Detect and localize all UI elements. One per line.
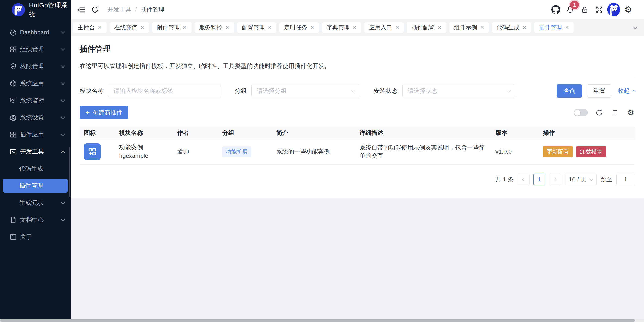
chevron-down-icon bbox=[61, 132, 65, 136]
horizontal-scrollbar-thumb[interactable] bbox=[0, 320, 635, 322]
sidebar-item-code-generation[interactable]: 代码生成 bbox=[0, 160, 71, 177]
jump-to-label: 跳至 bbox=[600, 175, 612, 184]
close-icon[interactable]: ✕ bbox=[140, 25, 144, 30]
striped-toggle[interactable] bbox=[574, 109, 588, 116]
jump-to-page-input[interactable] bbox=[616, 174, 635, 186]
sidebar-item-label: 插件应用 bbox=[20, 131, 62, 139]
next-page-button[interactable] bbox=[549, 174, 561, 186]
col-header-name: 模块名称 bbox=[115, 127, 173, 139]
notifications-bell-icon[interactable]: 1 bbox=[563, 3, 578, 16]
tab-console[interactable]: 主控台✕ bbox=[73, 22, 106, 32]
grid-icon bbox=[10, 45, 17, 53]
sidebar-item-permissions[interactable]: 权限管理 bbox=[0, 58, 71, 75]
reload-table-icon[interactable] bbox=[595, 108, 604, 117]
refresh-icon[interactable] bbox=[88, 3, 102, 16]
chevron-down-icon bbox=[589, 177, 593, 181]
chevron-down-icon bbox=[61, 81, 65, 85]
sidebar-item-plugin-management[interactable]: 插件管理 bbox=[3, 179, 68, 193]
close-icon[interactable]: ✕ bbox=[565, 25, 569, 30]
close-icon[interactable]: ✕ bbox=[98, 25, 102, 30]
sidebar-item-about[interactable]: 关于 bbox=[0, 228, 71, 245]
reset-button[interactable]: 重置 bbox=[587, 84, 612, 97]
sidebar-menu: Dashboard 组织管理 权限管理 系统应用 系统监控 系统设置 bbox=[0, 19, 71, 245]
user-avatar[interactable] bbox=[606, 3, 621, 16]
close-icon[interactable]: ✕ bbox=[353, 25, 357, 30]
col-header-author: 作者 bbox=[173, 127, 218, 139]
install-status-label: 安装状态 bbox=[374, 87, 398, 95]
sidebar-item-settings[interactable]: 系统设置 bbox=[0, 109, 71, 126]
sidebar-item-label: 组织管理 bbox=[20, 45, 62, 53]
fullscreen-icon[interactable] bbox=[592, 3, 606, 16]
search-button[interactable]: 查询 bbox=[557, 84, 582, 97]
plugin-management-panel: 插件管理 在这里可以管理和创建插件模板，开发独立、临时性、工具类型的功能时推荐使… bbox=[71, 36, 644, 198]
breadcrumb-separator: / bbox=[135, 6, 137, 13]
plugin-module-icon bbox=[84, 143, 100, 160]
tab-online-recharge[interactable]: 在线充值✕ bbox=[110, 22, 149, 32]
close-icon[interactable]: ✕ bbox=[438, 25, 442, 30]
close-icon[interactable]: ✕ bbox=[480, 25, 484, 30]
col-header-icon: 图标 bbox=[80, 127, 115, 139]
sidebar-item-generation-demo[interactable]: 生成演示 bbox=[0, 194, 71, 211]
create-plugin-button[interactable]: + 创建新插件 bbox=[80, 106, 128, 119]
col-header-version: 版本 bbox=[491, 127, 539, 139]
breadcrumb-current[interactable]: 插件管理 bbox=[141, 5, 164, 14]
tab-code-generation[interactable]: 代码生成✕ bbox=[492, 22, 531, 32]
filter-form: 模块名称 分组 请选择分组 安装状态 请选择状态 查询 重置 收起 bbox=[80, 84, 635, 97]
uninstall-module-button[interactable]: 卸载模块 bbox=[576, 146, 606, 157]
module-name-input[interactable] bbox=[108, 84, 221, 97]
col-header-description: 详细描述 bbox=[355, 127, 491, 139]
group-select[interactable]: 请选择分组 bbox=[252, 84, 360, 97]
sidebar-item-monitoring[interactable]: 系统监控 bbox=[0, 92, 71, 109]
page-size-select[interactable]: 10 / 页 bbox=[565, 174, 597, 186]
sidebar-scrollbar-thumb[interactable] bbox=[69, 147, 70, 197]
sidebar-item-dev-tools[interactable]: 开发工具 bbox=[0, 143, 71, 160]
chevron-down-icon bbox=[61, 30, 65, 34]
close-icon[interactable]: ✕ bbox=[310, 25, 314, 30]
group-cell: 功能扩展 bbox=[218, 139, 272, 164]
tab-config[interactable]: 配置管理✕ bbox=[237, 22, 276, 32]
sidebar-item-docs-center[interactable]: 文档中心 bbox=[0, 211, 71, 228]
row-density-icon[interactable] bbox=[611, 108, 619, 117]
table-toolbar: + 创建新插件 ⚙ bbox=[80, 106, 635, 119]
close-icon[interactable]: ✕ bbox=[183, 25, 187, 30]
koala-logo-icon bbox=[12, 3, 25, 16]
horizontal-scrollbar[interactable] bbox=[0, 319, 644, 322]
dashboard-icon bbox=[10, 28, 17, 36]
tab-service-monitor[interactable]: 服务监控✕ bbox=[194, 22, 234, 32]
tab-dictionary[interactable]: 字典管理✕ bbox=[322, 22, 362, 32]
sidebar-item-dashboard[interactable]: Dashboard bbox=[0, 24, 71, 41]
tab-component-demo[interactable]: 组件示例✕ bbox=[450, 22, 489, 32]
sidebar-item-plugin-apps[interactable]: 插件应用 bbox=[0, 126, 71, 143]
tab-app-entry[interactable]: 应用入口✕ bbox=[364, 22, 404, 32]
sidebar-item-label: 系统应用 bbox=[20, 79, 62, 87]
sidebar-item-label: 生成演示 bbox=[19, 199, 62, 207]
update-config-button[interactable]: 更新配置 bbox=[543, 146, 573, 157]
collapse-sidebar-icon[interactable] bbox=[74, 3, 88, 16]
plus-icon: + bbox=[86, 109, 90, 116]
theme-settings-gear-icon[interactable]: ⚙ bbox=[621, 3, 636, 16]
prev-page-button[interactable] bbox=[518, 174, 530, 186]
page-title: 插件管理 bbox=[80, 44, 635, 54]
description-cell: 系统自带的功能使用示例及其说明，包含一些简单的交互 bbox=[355, 139, 491, 164]
close-icon[interactable]: ✕ bbox=[225, 25, 229, 30]
install-status-select[interactable]: 请选择状态 bbox=[402, 84, 515, 97]
collapse-filters-link[interactable]: 收起 bbox=[618, 87, 635, 95]
sidebar-item-system-apps[interactable]: 系统应用 bbox=[0, 75, 71, 92]
app-logo-row[interactable]: HotGo管理系统 bbox=[0, 0, 71, 19]
tab-list-dropdown-icon[interactable] bbox=[634, 24, 638, 31]
close-icon[interactable]: ✕ bbox=[395, 25, 399, 30]
column-settings-gear-icon[interactable]: ⚙ bbox=[626, 108, 635, 117]
col-header-intro: 简介 bbox=[272, 127, 355, 139]
tab-plugin-config[interactable]: 插件配置✕ bbox=[407, 22, 446, 32]
tab-attachments[interactable]: 附件管理✕ bbox=[152, 22, 192, 32]
page-1-button[interactable]: 1 bbox=[534, 174, 545, 186]
tab-cron[interactable]: 定时任务✕ bbox=[280, 22, 319, 32]
github-icon[interactable] bbox=[548, 3, 563, 16]
close-icon[interactable]: ✕ bbox=[522, 25, 526, 30]
breadcrumb-parent[interactable]: 开发工具 bbox=[108, 5, 131, 14]
close-icon[interactable]: ✕ bbox=[268, 25, 272, 30]
sidebar-item-organization[interactable]: 组织管理 bbox=[0, 41, 71, 58]
tab-plugin-management[interactable]: 插件管理✕ bbox=[534, 22, 574, 32]
main-area: 开发工具 / 插件管理 1 bbox=[71, 0, 644, 322]
chevron-down-icon bbox=[61, 64, 65, 68]
